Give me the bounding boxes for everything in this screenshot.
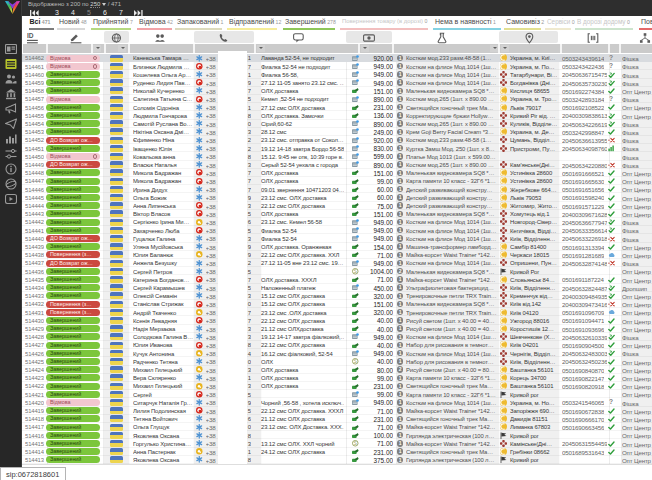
svg-text:ID: ID (27, 32, 34, 39)
